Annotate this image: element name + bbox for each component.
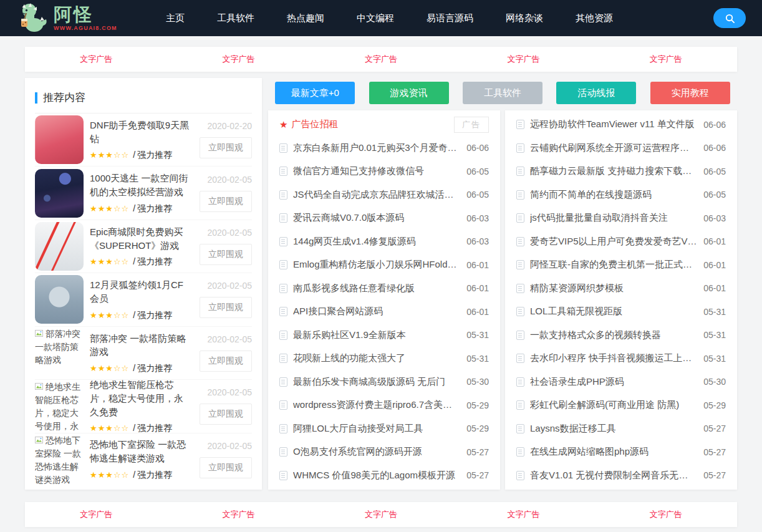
article-list-item[interactable]: 去水印小程序 快手抖音视频搬运工上热门...05-31 <box>516 347 726 370</box>
article-title[interactable]: 部落冲突 一款塔防策略游戏 <box>90 332 191 359</box>
category-button-game-news[interactable]: 游戏资讯 <box>369 82 449 104</box>
nav-item-chinese-coding[interactable]: 中文编程 <box>340 0 410 36</box>
article-title[interactable]: 微信官方通知已支持修改微信号 <box>293 165 460 177</box>
text-ad-link[interactable]: 文字广告 <box>167 502 309 527</box>
article-title[interactable]: 阿狸LOL大厅自动接受对局工具 <box>293 423 460 435</box>
article-title[interactable]: 精防某资源网织梦模板 <box>530 283 697 294</box>
view-now-button[interactable]: 立即围观 <box>200 244 252 265</box>
article-thumbnail[interactable] <box>35 222 84 271</box>
article-title[interactable]: Emlog重构精仿老版小刀娱乐网HFoldao模... <box>293 259 460 271</box>
article-title[interactable]: 彩虹代刷全解源码(可商业用途 防黑) <box>530 399 697 411</box>
article-title[interactable]: O泡易支付系统官网的源码开源 <box>293 446 460 458</box>
article-title[interactable]: 南瓜影视多线路任意看绿化版 <box>293 283 460 294</box>
article-title[interactable]: 社会语录生成PHP源码 <box>530 376 697 388</box>
article-title[interactable]: DNF助手免费领取9天黑钻 <box>90 118 191 146</box>
site-logo[interactable]: 阿怪 WWW.AGUAI8.COM <box>16 2 136 34</box>
recommended-item[interactable]: 1000天逃生 一款空间街机的太空模拟经营游戏 ★★★☆☆/强力推荐 2020-… <box>35 166 252 219</box>
article-title[interactable]: 12月灵狐签约领1月CF会员 <box>90 278 191 306</box>
text-ad-link[interactable]: 文字广告 <box>452 47 594 72</box>
thumbnail-broken-alt[interactable]: 部落冲突 一款塔防策略游戏 <box>35 327 84 379</box>
article-list-item[interactable]: 微信官方通知已支持修改微信号06-05 <box>279 160 489 183</box>
article-title[interactable]: WHMCS 价值98美元的Lagom模板开源 <box>293 470 460 481</box>
article-list-item[interactable]: Laysns数据迁移工具05-27 <box>516 417 726 441</box>
view-now-button[interactable]: 立即围观 <box>200 297 252 318</box>
article-title[interactable]: wordpress资源付费主题ripro6.7含美化包... <box>293 399 460 411</box>
category-button-latest-articles[interactable]: 最新文章+0 <box>275 82 355 104</box>
article-list-item[interactable]: js代码批量批量自动取消抖音关注06-03 <box>516 206 726 230</box>
article-list-item[interactable]: 在线生成网站缩略图php源码05-27 <box>516 440 726 464</box>
article-thumbnail[interactable] <box>35 275 84 324</box>
article-title[interactable]: 1000天逃生 一款空间街机的太空模拟经营游戏 <box>90 172 191 199</box>
article-list-item[interactable]: 144g网页生成v1.4修复版源码06-03 <box>279 230 489 254</box>
article-list-item[interactable]: API接口聚合网站源码06-01 <box>279 300 489 324</box>
article-list-item[interactable]: 彩虹代刷全解源码(可商业用途 防黑)05-29 <box>516 394 726 417</box>
article-list-item[interactable]: 远程协助软件TeamViewer v11 单文件版06-06 <box>516 113 726 137</box>
article-list-item[interactable]: O泡易支付系统官网的源码开源05-27 <box>279 440 489 464</box>
nav-item-home[interactable]: 主页 <box>150 0 201 36</box>
text-ad-link[interactable]: 文字广告 <box>167 47 309 72</box>
article-title[interactable]: 绝地求生智能压枪芯片，稳定大号使用，永久免费 <box>90 378 191 418</box>
article-title[interactable]: JS代码全自动完成京东品牌狂欢城活动任务 <box>293 189 460 201</box>
article-list-item[interactable]: 酷享磁力云最新版 支持磁力搜索下载和一...06-05 <box>516 160 726 183</box>
article-title[interactable]: js代码批量批量自动取消抖音关注 <box>530 212 697 224</box>
recommended-item[interactable]: 部落冲突 一款塔防策略游戏 部落冲突 一款塔防策略游戏 ★★★☆☆/强力推荐 2… <box>35 326 252 379</box>
article-title[interactable]: 一款支持格式众多的视频转换器 <box>530 329 697 341</box>
view-now-button[interactable]: 立即围观 <box>200 457 252 478</box>
article-thumbnail[interactable] <box>35 115 84 164</box>
article-title[interactable]: 阿怪互联-自家的免费主机第一批正式开启 <box>530 259 697 271</box>
nav-item-other-resources[interactable]: 其他资源 <box>559 0 629 36</box>
article-title[interactable]: 去水印小程序 快手抖音视频搬运工上热门... <box>530 352 697 364</box>
view-now-button[interactable]: 立即围观 <box>200 404 252 425</box>
article-title[interactable]: 远程协助软件TeamViewer v11 单文件版 <box>530 118 697 130</box>
recommended-item[interactable]: 12月灵狐签约领1月CF会员 ★★★☆☆/强力推荐 2020-02-05 立即围… <box>35 273 252 326</box>
article-title[interactable]: 音友V1.01 无视付费限制全网音乐无损免费... <box>530 470 697 481</box>
article-title[interactable]: Epic商城限时免费购买《SUPERHOT》游戏 <box>90 225 191 253</box>
text-ad-link[interactable]: 文字广告 <box>595 47 737 72</box>
text-ad-link[interactable]: 文字广告 <box>452 502 594 527</box>
recommended-item[interactable]: 绝地求生智能压枪芯片，稳定大号使用，永久免费 绝地求生智能压枪芯片，稳定大号使用… <box>35 379 252 432</box>
article-list-item[interactable]: 最新伯乐发卡商城高级版源码 无后门05-30 <box>279 370 489 394</box>
text-ad-link[interactable]: 文字广告 <box>310 502 452 527</box>
text-ad-link[interactable]: 文字广告 <box>25 47 167 72</box>
category-button-tutorials[interactable]: 实用教程 <box>650 82 730 104</box>
article-list-item[interactable]: 阿怪互联-自家的免费主机第一批正式开启06-01 <box>516 253 726 277</box>
article-title[interactable]: 144g网页生成v1.4修复版源码 <box>293 236 460 248</box>
nav-item-tools[interactable]: 工具软件 <box>201 0 271 36</box>
article-list-item[interactable]: 阿狸LOL大厅自动接受对局工具05-29 <box>279 417 489 441</box>
search-button[interactable] <box>713 8 746 28</box>
article-title[interactable]: 最新伯乐发卡商城高级版源码 无后门 <box>293 376 460 388</box>
article-list-item[interactable]: 一款支持格式众多的视频转换器05-31 <box>516 324 726 347</box>
article-list-item[interactable]: LOL工具箱无限视距版05-31 <box>516 300 726 324</box>
thumbnail-broken-alt[interactable]: 绝地求生智能压枪芯片，稳定大号使用，永久免费 <box>35 380 84 432</box>
pinned-ad-label[interactable]: 广告位招租 <box>291 118 454 130</box>
article-title[interactable]: 爱讯云商城V0.7.0版本源码 <box>293 212 460 224</box>
nav-item-web-talk[interactable]: 网络杂谈 <box>490 0 559 36</box>
article-list-item[interactable]: 云铺购代刷网系统全开源可运营程序搭建06-06 <box>516 137 726 160</box>
article-title[interactable]: 恐怖地下室探险 一款恐怖逃生解谜类游戏 <box>90 438 191 465</box>
article-list-item[interactable]: 音友V1.01 无视付费限制全网音乐无损免费...05-27 <box>516 464 726 488</box>
text-ad-link[interactable]: 文字广告 <box>595 502 737 527</box>
article-title[interactable]: 最新乐购社区V1.9全新版本 <box>293 329 460 341</box>
recommended-item[interactable]: 恐怖地下室探险 一款恐怖逃生解谜类游戏 恐怖地下室探险 一款恐怖逃生解谜类游戏 … <box>35 433 252 486</box>
article-list-item[interactable]: JS代码全自动完成京东品牌狂欢城活动任务06-05 <box>279 183 489 207</box>
article-title[interactable]: Laysns数据迁移工具 <box>530 423 697 435</box>
text-ad-link[interactable]: 文字广告 <box>310 47 452 72</box>
article-list-item[interactable]: 社会语录生成PHP源码05-30 <box>516 370 726 394</box>
article-list-item[interactable]: 花呗新上线的功能太强大了05-31 <box>279 347 489 370</box>
article-list-item[interactable]: 最新乐购社区V1.9全新版本05-31 <box>279 324 489 347</box>
article-title[interactable]: API接口聚合网站源码 <box>293 306 460 317</box>
article-title[interactable]: 云铺购代刷网系统全开源可运营程序搭建 <box>530 142 697 154</box>
article-list-item[interactable]: Emlog重构精仿老版小刀娱乐网HFoldao模...06-01 <box>279 253 489 277</box>
view-now-button[interactable]: 立即围观 <box>200 351 252 372</box>
article-list-item[interactable]: 京东白条新用户0.01元购买3个月爱奇艺黄...06-06 <box>279 137 489 160</box>
article-title[interactable]: 在线生成网站缩略图php源码 <box>530 446 697 458</box>
article-list-item[interactable]: 精防某资源网织梦模板06-01 <box>516 277 726 301</box>
article-list-item[interactable]: 爱奇艺VIP5以上用户可免费发爱奇艺VIP红包06-01 <box>516 230 726 254</box>
category-button-activity-news[interactable]: 活动线报 <box>556 82 636 104</box>
article-list-item[interactable]: 爱讯云商城V0.7.0版本源码06-03 <box>279 206 489 230</box>
article-title[interactable]: 京东白条新用户0.01元购买3个月爱奇艺黄... <box>293 142 460 154</box>
article-list-item[interactable]: WHMCS 价值98美元的Lagom模板开源05-27 <box>279 464 489 488</box>
article-title[interactable]: 爱奇艺VIP5以上用户可免费发爱奇艺VIP红包 <box>530 236 697 248</box>
article-title[interactable]: 酷享磁力云最新版 支持磁力搜索下载和一... <box>530 165 697 177</box>
article-list-item[interactable]: 南瓜影视多线路任意看绿化版06-01 <box>279 277 489 301</box>
